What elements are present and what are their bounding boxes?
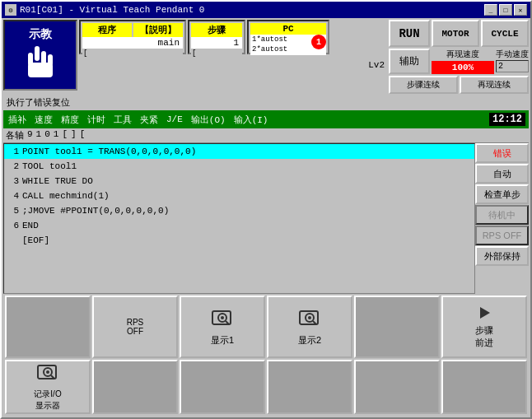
steps-panel: 步骤连续 再现连续 <box>389 76 529 94</box>
sidebar-auto-button[interactable]: 自动 <box>475 164 529 184</box>
main-window: ⚙ R01[C01] - Virtual Teach Pendant 0 _ □… <box>0 0 532 419</box>
motor-button[interactable]: MOTOR <box>432 20 479 47</box>
bottom-btn-rps[interactable]: RPSOFF <box>92 296 178 358</box>
step-continue-button[interactable]: 步骤连续 <box>389 76 458 94</box>
svg-point-11 <box>308 316 311 319</box>
toolbar-output[interactable]: 输出(O) <box>189 114 227 126</box>
speed-panel: 再现速度 100% <box>432 49 494 74</box>
right-panel: RUN MOTOR CYCLE 辅助 再现速度 100% 手动速度 2 <box>389 20 529 94</box>
run-button[interactable]: RUN <box>389 20 430 47</box>
toolbar-insert[interactable]: 插补 <box>7 114 28 126</box>
axes-val3: 0 <box>44 129 50 142</box>
rps-label: RPSOFF <box>127 318 144 336</box>
record-io-icon <box>36 362 59 387</box>
minimize-button[interactable]: _ <box>484 4 497 16</box>
step-forward-label: 步骤前进 <box>475 324 493 349</box>
right-sidebar: 错误 自动 检查单步 待机中 RPS OFF 外部保持 <box>475 143 529 294</box>
axes-label: 各轴 <box>6 129 24 142</box>
bottom-btn-r2-2 <box>92 360 178 414</box>
display2-label: 显示2 <box>298 334 321 347</box>
toolbar-speed[interactable]: 速度 <box>33 114 54 126</box>
lv2-label: Lv2 <box>366 59 387 71</box>
step-box: 步骤 1 [ <box>188 20 245 54</box>
axes-val2: 1 <box>36 129 42 142</box>
display1-label: 显示1 <box>211 334 234 347</box>
display2-icon <box>298 308 321 333</box>
speed-label: 再现速度 <box>432 49 494 60</box>
axes-bracket-close: ] <box>71 129 77 142</box>
info-columns: 程序 【説明】 main [ 步骤 1 [ PC <box>79 20 387 94</box>
bottom-btn-display1[interactable]: 显示1 <box>180 296 265 358</box>
notification-count: 1 <box>311 35 326 49</box>
status-bar: 执行了错误复位 <box>3 94 529 110</box>
svg-marker-13 <box>480 307 490 319</box>
manual-value: 2 <box>496 60 529 72</box>
bottom-btn-5 <box>354 296 440 358</box>
cycle-button[interactable]: CYCLE <box>481 20 529 47</box>
svg-point-7 <box>221 316 224 319</box>
toolbar-precision[interactable]: 精度 <box>59 114 81 126</box>
step-value: 1 <box>191 37 242 49</box>
axes-bracket2: [ <box>80 129 86 142</box>
manual-label: 手动速度 <box>496 49 529 60</box>
toolbar-input[interactable]: 输入(I) <box>232 114 270 126</box>
notification-badge: 1 <box>311 35 326 49</box>
bottom-btn-display2[interactable]: 显示2 <box>267 296 352 358</box>
info-row1: 程序 【説明】 main [ 步骤 1 [ PC <box>79 20 387 54</box>
bottom-btn-r2-5 <box>354 360 440 414</box>
step-label: 步骤 <box>191 23 242 37</box>
hand-icon <box>20 42 61 83</box>
axes-val4: 1 <box>54 129 59 142</box>
speed-value: 100% <box>432 61 494 74</box>
svg-rect-0 <box>35 46 40 61</box>
toolbar-clock: 12:12 <box>489 113 525 126</box>
sidebar-external-hold-button[interactable]: 外部保持 <box>475 246 529 266</box>
axes-row: 各轴 9 1 0 1 [ ] [ <box>3 128 529 143</box>
shijiao-box: 示教 <box>3 20 77 91</box>
axes-bracket-open: [ <box>62 129 68 142</box>
bottom-buttons-row1: RPSOFF 显示1 <box>3 294 529 360</box>
sidebar-standby-button[interactable]: 待机中 <box>475 205 529 225</box>
code-line-2[interactable]: 2 TOOL tool1 <box>4 159 474 174</box>
mid-right: 辅助 再现速度 100% 手动速度 2 <box>389 49 529 74</box>
code-line-3[interactable]: 3 WHILE TRUE DO <box>4 174 474 189</box>
pc-label: PC <box>250 23 326 35</box>
bottom-btn-r2-4 <box>267 360 352 414</box>
window-title: R01[C01] - Virtual Teach Pendant 0 <box>20 5 204 15</box>
status-message: 执行了错误复位 <box>7 96 70 109</box>
fuzhu-button[interactable]: 辅助 <box>389 49 430 74</box>
bottom-btn-record-io[interactable]: 记录I/O显示器 <box>5 360 91 414</box>
code-line-4[interactable]: 4 CALL mechmind(1) <box>4 189 474 203</box>
sidebar-check-single-button[interactable]: 检查单步 <box>475 184 529 204</box>
toolbar-je[interactable]: J/E <box>165 114 184 124</box>
svg-rect-4 <box>28 63 53 77</box>
maximize-button[interactable]: □ <box>499 4 512 16</box>
bottom-btn-r2-3 <box>180 360 265 414</box>
display1-icon <box>211 308 234 333</box>
code-line-1[interactable]: 1 POINT tool1 = TRANS(0,0,0,0,0,0) <box>4 144 474 159</box>
code-area-wrapper: 1 POINT tool1 = TRANS(0,0,0,0,0,0) 2 TOO… <box>3 143 529 294</box>
toolbar: 插补 速度 精度 计时 工具 夹紧 J/E 输出(O) 输入(I) 12:12 <box>3 110 529 128</box>
program-value: main <box>82 37 183 49</box>
axes-val1: 9 <box>27 129 33 142</box>
bottom-btn-1 <box>5 296 91 358</box>
sidebar-rps-off-button[interactable]: RPS OFF <box>475 226 529 245</box>
code-line-5[interactable]: 5 ;JMOVE #PPOINT(0,0,0,0,0,0) <box>4 203 474 218</box>
main-content: 示教 <box>2 18 530 417</box>
sidebar-error-button[interactable]: 错误 <box>475 143 529 163</box>
close-button[interactable]: ✕ <box>514 4 527 16</box>
toolbar-timer[interactable]: 计时 <box>86 114 107 126</box>
record-io-label: 记录I/O显示器 <box>34 389 61 412</box>
bottom-btn-r2-6 <box>441 360 527 414</box>
code-line-6[interactable]: 6 END <box>4 218 474 233</box>
program-label: 程序 <box>82 23 132 37</box>
pc-box: PC 1*autost 2*autost 1 <box>247 20 329 54</box>
bottom-buttons-row2: 记录I/O显示器 <box>3 358 529 416</box>
toolbar-clamp[interactable]: 夹紧 <box>138 114 160 126</box>
rerun-continue-button[interactable]: 再现连续 <box>460 76 529 94</box>
title-bar: ⚙ R01[C01] - Virtual Teach Pendant 0 _ □… <box>2 2 530 18</box>
toolbar-tool[interactable]: 工具 <box>112 114 133 126</box>
svg-point-16 <box>46 370 49 374</box>
bottom-btn-step-forward[interactable]: 步骤前进 <box>441 296 527 358</box>
info-row2: Lv2 <box>79 56 387 74</box>
